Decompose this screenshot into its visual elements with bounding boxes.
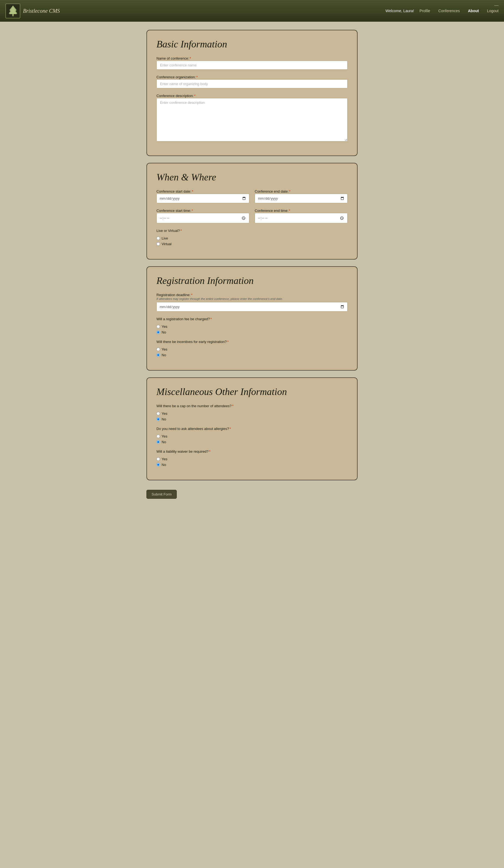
nav-dots: — (494, 3, 498, 8)
incentives-no-radio[interactable] (156, 353, 160, 357)
fee-label: Will a registration fee be charged?* (156, 317, 212, 321)
waiver-yes-radio[interactable] (156, 457, 160, 461)
incentives-group: Will there be incentives for early regis… (156, 339, 348, 357)
cap-radio-group: Yes No (156, 412, 348, 421)
conference-name-group: Name of conference:* (156, 56, 348, 70)
start-date-input[interactable] (156, 194, 249, 203)
fee-group: Will a registration fee be charged?* Yes… (156, 317, 348, 334)
conference-desc-group: Conference description:* (156, 93, 348, 143)
deadline-note: If attendees may register through the en… (156, 297, 348, 300)
virtual-radio[interactable] (156, 242, 160, 246)
waiver-yes-option[interactable]: Yes (156, 457, 348, 461)
cap-label: Will there be a cap on the number of att… (156, 404, 234, 408)
live-virtual-group: Live or Virtual?* Live Virtual (156, 228, 348, 246)
virtual-option[interactable]: Virtual (156, 242, 348, 246)
waiver-no-radio[interactable] (156, 463, 160, 466)
allergies-no-radio[interactable] (156, 440, 160, 444)
live-virtual-label: Live or Virtual?* (156, 229, 182, 233)
registration-section: Registration Information Registration de… (146, 266, 358, 371)
fee-yes-option[interactable]: Yes (156, 324, 348, 329)
time-row: Conference start time:* Conference end t… (156, 208, 348, 228)
registration-title: Registration Information (156, 275, 348, 286)
cap-no-option[interactable]: No (156, 417, 348, 421)
end-date-input[interactable] (255, 194, 348, 203)
cap-yes-radio[interactable] (156, 412, 160, 415)
svg-marker-2 (9, 7, 17, 14)
incentives-label: Will there be incentives for early regis… (156, 340, 229, 344)
nav-conferences[interactable]: Conferences (438, 9, 460, 13)
incentives-yes-radio[interactable] (156, 348, 160, 351)
allergies-group: Do you need to ask attendees about aller… (156, 426, 348, 444)
welcome-text: Welcome, Laura! (386, 9, 414, 13)
deadline-label: Registration deadline:* (156, 293, 192, 297)
nav-links: Profile Conferences About Logout (420, 9, 498, 13)
logo (6, 3, 20, 18)
waiver-no-option[interactable]: No (156, 463, 348, 467)
allergies-radio-group: Yes No (156, 434, 348, 444)
nav-about[interactable]: About (468, 9, 479, 13)
start-date-label: Conference start date:* (156, 189, 193, 194)
brand-name: Bristlecone CMS (23, 8, 60, 14)
conference-desc-label: Conference description:* (156, 94, 196, 98)
cap-group: Will there be a cap on the number of att… (156, 403, 348, 421)
when-where-section: When & Where Conference start date:* Con… (146, 163, 358, 259)
fee-yes-radio[interactable] (156, 325, 160, 328)
conference-org-group: Conference organization:* (156, 74, 348, 88)
allergies-yes-radio[interactable] (156, 435, 160, 438)
incentives-no-option[interactable]: No (156, 353, 348, 357)
basic-info-title: Basic Information (156, 39, 348, 50)
conference-org-label: Conference organization:* (156, 75, 198, 79)
misc-title: Miscellaneous Other Information (156, 386, 348, 397)
incentives-radio-group: Yes No (156, 347, 348, 357)
start-time-input[interactable] (156, 213, 249, 223)
date-row: Conference start date:* Conference end d… (156, 189, 348, 208)
end-date-group: Conference end date:* (255, 189, 348, 203)
brand: Bristlecone CMS (6, 3, 60, 18)
conference-desc-input[interactable] (156, 98, 348, 142)
conference-org-input[interactable] (156, 79, 348, 88)
nav-logout[interactable]: Logout (487, 9, 498, 13)
allergies-no-option[interactable]: No (156, 440, 348, 444)
live-virtual-radio-group: Live Virtual (156, 236, 348, 246)
fee-no-radio[interactable] (156, 331, 160, 334)
cap-yes-option[interactable]: Yes (156, 412, 348, 416)
conference-name-label: Name of conference:* (156, 56, 191, 60)
nav-profile[interactable]: Profile (420, 9, 430, 13)
conference-name-input[interactable] (156, 61, 348, 70)
misc-section: Miscellaneous Other Information Will the… (146, 378, 358, 480)
deadline-group: Registration deadline:* If attendees may… (156, 292, 348, 311)
waiver-group: Will a liability waiver be required?* Ye… (156, 449, 348, 467)
when-where-title: When & Where (156, 172, 348, 183)
basic-info-section: Basic Information Name of conference:* C… (146, 30, 358, 156)
start-time-group: Conference start time:* (156, 208, 249, 223)
cap-no-radio[interactable] (156, 417, 160, 421)
start-time-label: Conference start time:* (156, 209, 193, 213)
main-content: Basic Information Name of conference:* C… (136, 22, 368, 515)
deadline-date-input[interactable] (156, 302, 348, 311)
end-date-label: Conference end date:* (255, 189, 291, 194)
end-time-group: Conference end time:* (255, 208, 348, 223)
end-time-input[interactable] (255, 213, 348, 223)
live-option[interactable]: Live (156, 236, 348, 240)
waiver-radio-group: Yes No (156, 457, 348, 467)
start-date-group: Conference start date:* (156, 189, 249, 203)
submit-button[interactable]: Submit Form (146, 490, 177, 499)
waiver-label: Will a liability waiver be required?* (156, 450, 210, 454)
fee-radio-group: Yes No (156, 324, 348, 334)
allergies-yes-option[interactable]: Yes (156, 434, 348, 438)
allergies-label: Do you need to ask attendees about aller… (156, 427, 231, 431)
incentives-yes-option[interactable]: Yes (156, 347, 348, 351)
end-time-label: Conference end time:* (255, 209, 290, 213)
fee-no-option[interactable]: No (156, 330, 348, 334)
live-radio[interactable] (156, 237, 160, 240)
navbar: Bristlecone CMS Welcome, Laura! Profile … (0, 0, 504, 22)
